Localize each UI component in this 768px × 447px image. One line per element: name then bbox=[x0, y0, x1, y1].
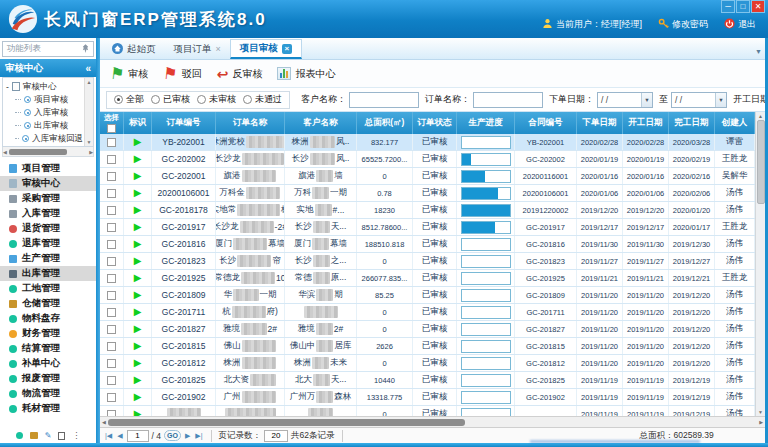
table-row-7[interactable]: ▶GC-201823长沙某某某某帘长沙某某之...0已审核GC-20182320… bbox=[100, 253, 755, 270]
filter-radio-2[interactable]: 未审核 bbox=[197, 93, 236, 106]
column-header-7[interactable]: 生产进度 bbox=[457, 112, 515, 134]
footer-more-icon[interactable]: ⋮ bbox=[72, 432, 80, 440]
function-list-search[interactable]: 功能列表 bbox=[2, 41, 94, 57]
tree-item-2[interactable]: 出库审核 bbox=[6, 119, 83, 132]
logout-link[interactable]: 退出 bbox=[724, 18, 756, 31]
table-row-16[interactable]: ▶某某某某某某某某某某某某某0已审核2019/11/192019/11/1920… bbox=[100, 406, 755, 416]
table-row-4[interactable]: ▶GC-2018178实地常某某某某某栋实地某某#...18230已审核2019… bbox=[100, 202, 755, 219]
row-checkbox[interactable] bbox=[107, 240, 116, 249]
table-row-9[interactable]: ▶GC-201809华某某某一期华滨某某期85.25已审核GC-20180920… bbox=[100, 287, 755, 304]
column-header-3[interactable]: 订单名称 bbox=[216, 112, 285, 134]
table-row-14[interactable]: ▶GC-201825北大资某某某北大某某天...10440已审核GC-20182… bbox=[100, 372, 755, 389]
sidebar-item-14[interactable]: 报废管理 bbox=[0, 371, 96, 386]
column-header-8[interactable]: 合同编号 bbox=[515, 112, 577, 134]
row-checkbox[interactable] bbox=[107, 189, 116, 198]
table-row-10[interactable]: ▶GC-201711杭某某某某府)某某某某0已审核GC-2017112019/1… bbox=[100, 304, 755, 321]
column-header-12[interactable]: 创建人 bbox=[715, 112, 755, 134]
filter-radio-1[interactable]: 已审核 bbox=[151, 93, 190, 106]
table-row-3[interactable]: ▶20200106001万科金某某某某万科某某一期0.78已审核20200106… bbox=[100, 185, 755, 202]
sidebar-item-5[interactable]: 退库管理 bbox=[0, 236, 96, 251]
dropdown-arrow-icon[interactable]: ▼ bbox=[715, 93, 726, 107]
row-checkbox[interactable] bbox=[107, 376, 116, 385]
radio-icon[interactable] bbox=[243, 95, 252, 104]
reject-button[interactable]: 驳回 bbox=[159, 65, 210, 83]
column-header-5[interactable]: 总面积(㎡) bbox=[357, 112, 413, 134]
select-all-checkbox[interactable] bbox=[107, 124, 116, 133]
column-header-2[interactable]: 订单编号 bbox=[152, 112, 216, 134]
table-row-12[interactable]: ▶GC-201815佛山某某某某佛山中某某居库2626已审核GC-2018152… bbox=[100, 338, 755, 355]
table-row-13[interactable]: ▶GC-201812株洲某某某某株洲某某未来0已审核GC-2018122019/… bbox=[100, 355, 755, 372]
tab-1[interactable]: 项目订单× bbox=[165, 39, 230, 59]
close-button[interactable]: ✕ bbox=[751, 0, 765, 13]
sidebar-item-4[interactable]: 退货管理 bbox=[0, 221, 96, 236]
table-row-6[interactable]: ▶GC-201816厦门某某某某幕墙厦门某某幕墙188510.818已审核GC-… bbox=[100, 236, 755, 253]
row-checkbox[interactable] bbox=[107, 223, 116, 232]
sidebar-item-3[interactable]: 入库管理 bbox=[0, 206, 96, 221]
table-row-1[interactable]: ▶GC-202002长沙龙某某某某某长沙某某某凤..65525.7200...已… bbox=[100, 151, 755, 168]
row-checkbox[interactable] bbox=[107, 155, 116, 164]
row-checkbox[interactable] bbox=[107, 393, 116, 402]
column-header-0[interactable]: 选择 bbox=[100, 112, 124, 134]
row-checkbox[interactable] bbox=[107, 138, 116, 147]
sidebar-item-13[interactable]: 补单中心 bbox=[0, 356, 96, 371]
scroll-left-icon[interactable]: ◀ bbox=[102, 419, 106, 425]
dropdown-arrow-icon[interactable]: ▼ bbox=[641, 93, 652, 107]
tree-item-0[interactable]: 项目审核 bbox=[6, 93, 83, 106]
row-checkbox[interactable] bbox=[107, 257, 116, 266]
page-number-input[interactable] bbox=[127, 430, 149, 442]
tree-hscrollbar[interactable]: ◀▶ bbox=[2, 147, 94, 157]
tab-close-icon[interactable]: × bbox=[282, 44, 292, 54]
column-header-11[interactable]: 完工日期 bbox=[669, 112, 715, 134]
table-row-2[interactable]: ▶GC-202001旗港某某某某旗港某某墙0已审核202001160012020… bbox=[100, 168, 755, 185]
audit-button[interactable]: 审核 bbox=[106, 65, 157, 83]
tree-root-item[interactable]: -审核中心 bbox=[6, 80, 83, 93]
column-header-4[interactable]: 客户名称 bbox=[285, 112, 357, 134]
row-checkbox[interactable] bbox=[107, 206, 116, 215]
scroll-up-icon[interactable]: ▲ bbox=[758, 113, 763, 119]
tab-close-icon[interactable]: × bbox=[216, 45, 221, 54]
filter-radio-3[interactable]: 未通过 bbox=[243, 93, 282, 106]
radio-icon[interactable] bbox=[151, 95, 160, 104]
pin-icon[interactable] bbox=[82, 44, 89, 55]
page-size-input[interactable] bbox=[264, 430, 288, 442]
row-checkbox[interactable] bbox=[107, 342, 116, 351]
footer-pen-icon[interactable]: ✎ bbox=[45, 432, 52, 440]
sidebar-item-7[interactable]: 出库管理 bbox=[0, 266, 96, 281]
sidebar-item-2[interactable]: 采购管理 bbox=[0, 191, 96, 206]
tree-item-3[interactable]: 入库审核回退 bbox=[6, 132, 83, 145]
scroll-right-icon[interactable]: ▶ bbox=[759, 419, 763, 425]
go-button[interactable]: GO bbox=[164, 430, 181, 441]
column-header-10[interactable]: 开工日期 bbox=[623, 112, 669, 134]
footer-doc-icon[interactable] bbox=[58, 432, 65, 440]
grid-vscrollbar[interactable]: ▲ ▼ bbox=[755, 112, 765, 416]
sidebar-item-16[interactable]: 耗材管理 bbox=[0, 401, 96, 416]
vscroll-thumb[interactable] bbox=[757, 120, 765, 204]
tab-2[interactable]: 项目审核× bbox=[230, 39, 302, 59]
change-password-link[interactable]: 修改密码 bbox=[658, 18, 708, 31]
sidebar-item-15[interactable]: 物流管理 bbox=[0, 386, 96, 401]
table-row-8[interactable]: ▶GC-201925常德龙某某某某10常德某某原...266077.835...… bbox=[100, 270, 755, 287]
sidebar-item-12[interactable]: 结算管理 bbox=[0, 341, 96, 356]
report-center-button[interactable]: 报表中心 bbox=[273, 65, 344, 83]
footer-dot-icon[interactable] bbox=[16, 432, 23, 439]
radio-icon[interactable] bbox=[197, 95, 206, 104]
table-row-0[interactable]: ▶YB-202001株洲党校某某某某某株洲某某某凤..832.177已审核YB-… bbox=[100, 134, 755, 151]
scroll-down-icon[interactable]: ▼ bbox=[758, 409, 763, 415]
column-header-6[interactable]: 订单状态 bbox=[413, 112, 457, 134]
sidebar-item-8[interactable]: 工地管理 bbox=[0, 281, 96, 296]
filter-radio-0[interactable]: 全部 bbox=[114, 93, 144, 106]
row-checkbox[interactable] bbox=[107, 274, 116, 283]
order-name-input[interactable] bbox=[473, 92, 543, 108]
footer-cart-icon[interactable] bbox=[30, 432, 38, 439]
sidebar-item-6[interactable]: 生产管理 bbox=[0, 251, 96, 266]
row-checkbox[interactable] bbox=[107, 359, 116, 368]
row-checkbox[interactable] bbox=[107, 308, 116, 317]
sidebar-item-0[interactable]: 项目管理 bbox=[0, 161, 96, 176]
row-checkbox[interactable] bbox=[107, 291, 116, 300]
table-row-15[interactable]: ▶GC-201902广州某某某某广州万某某森林13318.775已审核GC-20… bbox=[100, 389, 755, 406]
maximize-button[interactable]: □ bbox=[736, 0, 750, 13]
last-page-button[interactable]: ▶| bbox=[194, 432, 203, 440]
sidebar-item-11[interactable]: 财务管理 bbox=[0, 326, 96, 341]
next-page-button[interactable]: ▶ bbox=[184, 432, 191, 440]
table-row-5[interactable]: ▶GC-201917长沙龙某某某某-2#长沙某某天...8512.78600..… bbox=[100, 219, 755, 236]
